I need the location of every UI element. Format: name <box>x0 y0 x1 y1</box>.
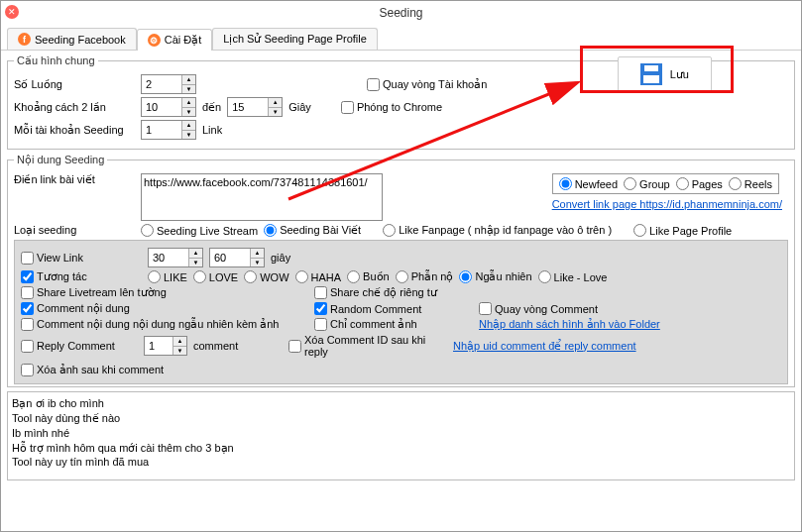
label-sec: giây <box>271 252 290 264</box>
view-to-stepper[interactable]: ▲▼ <box>209 248 265 267</box>
tab-seeding-facebook[interactable]: f Seeding Facebook <box>7 28 137 50</box>
tab-history[interactable]: Lịch Sử Seeding Page Profile <box>212 28 378 50</box>
radio-haha[interactable]: HAHA <box>295 270 342 283</box>
checkbox-comment-with-image[interactable]: Comment nội dung nội dung ngẫu nhiên kèm… <box>21 318 308 331</box>
checkbox-delete-image-after[interactable]: Xóa ảnh sau khi comment <box>21 364 164 376</box>
gap-from-stepper[interactable]: ▲▼ <box>141 97 196 117</box>
checkbox-comment[interactable]: Comment nội dung <box>21 302 308 315</box>
tab-label: Cài Đặt <box>165 34 202 47</box>
reply-count-stepper[interactable]: ▲▼ <box>144 336 187 356</box>
checkbox-share-private[interactable]: Share chế độ riêng tư <box>314 286 437 299</box>
list-item: Hỗ trợ mình hôm qua mới cài thêm cho 3 b… <box>12 441 790 456</box>
legend-general: Cấu hình chung <box>14 54 98 67</box>
link-image-folder[interactable]: Nhập danh sách hình ảnh vào Folder <box>479 318 660 331</box>
save-icon <box>640 63 662 85</box>
label-comment-unit: comment <box>193 340 283 352</box>
spin-up-icon[interactable]: ▲ <box>182 75 195 85</box>
options-panel: View Link ▲▼ ▲▼ giây Tương tác LIKE LOVE… <box>14 240 788 384</box>
tab-settings[interactable]: ⚙ Cài Đặt <box>137 29 213 51</box>
radio-newfeed[interactable]: Newfeed <box>559 177 618 190</box>
checkbox-loop-account[interactable]: Quay vòng Tài khoản <box>367 78 487 91</box>
close-icon[interactable]: ✕ <box>5 5 19 19</box>
list-item: Bạn ơi ib cho mình <box>12 396 790 411</box>
threads-stepper[interactable]: ▲▼ <box>141 74 196 94</box>
checkbox-reply-comment[interactable]: Reply Comment <box>21 340 138 353</box>
tab-label: Lịch Sử Seeding Page Profile <box>223 33 367 46</box>
label-per-account: Mỗi tài khoản Seeding <box>14 124 135 137</box>
checkbox-image-only[interactable]: Chỉ comment ảnh <box>314 318 473 331</box>
save-label: Lưu <box>670 68 689 81</box>
radio-angry[interactable]: Phẫn nộ <box>396 270 454 283</box>
checkbox-delete-after-reply[interactable]: Xóa Comment ID sau khi reply <box>288 334 447 358</box>
radio-wow[interactable]: WOW <box>244 270 288 283</box>
radio-like-fanpage[interactable]: Like Fanpage ( nhập id fanpage vào ô trê… <box>383 224 612 237</box>
radio-love[interactable]: LOVE <box>193 270 238 283</box>
source-radio-group: Newfeed Group Pages Reels <box>552 173 779 194</box>
list-item: Tool này uy tín mình đã mua <box>12 455 790 470</box>
group-seeding-content: Nội dung Seeding Điền link bài viết http… <box>7 154 795 387</box>
link-reply-uid[interactable]: Nhập uid comment để reply comment <box>453 340 636 353</box>
spin-down-icon[interactable]: ▼ <box>182 85 195 94</box>
gear-icon: ⚙ <box>148 34 161 47</box>
radio-sad[interactable]: Buồn <box>347 270 390 283</box>
title-bar: ✕ Seeding <box>1 1 801 25</box>
convert-link[interactable]: Convert link page https://id.phanmemninj… <box>552 198 782 210</box>
radio-like-love[interactable]: Like - Love <box>538 270 608 283</box>
checkbox-random-comment[interactable]: Random Comment <box>314 302 473 315</box>
radio-reels[interactable]: Reels <box>729 177 772 190</box>
radio-random[interactable]: Ngẫu nhiên <box>459 270 531 283</box>
tab-label: Seeding Facebook <box>35 34 126 46</box>
checkbox-react[interactable]: Tương tác <box>21 270 142 283</box>
checkbox-view-link[interactable]: View Link <box>21 252 142 265</box>
list-item: Tool này dùng thế nào <box>12 411 790 426</box>
threads-input[interactable] <box>142 75 181 93</box>
post-link-input[interactable]: https://www.facebook.com/737481114381601… <box>141 173 383 221</box>
facebook-icon: f <box>18 33 31 46</box>
label-gap: Khoảng cách 2 lần <box>14 101 135 114</box>
label-seeding-type: Loại seeding <box>14 224 135 237</box>
view-from-stepper[interactable]: ▲▼ <box>148 248 203 267</box>
label-threads: Số Luồng <box>14 78 135 91</box>
radio-seeding-post[interactable]: Seeding Bài Viết <box>264 224 361 237</box>
checkbox-big-chrome[interactable]: Phóng to Chrome <box>341 101 442 114</box>
list-item: Ib mình nhé <box>12 426 790 441</box>
tab-bar: f Seeding Facebook ⚙ Cài Đặt Lịch Sử See… <box>1 25 801 51</box>
save-button[interactable]: Lưu <box>618 56 712 92</box>
radio-pages[interactable]: Pages <box>676 177 723 190</box>
radio-live-stream[interactable]: Seeding Live Stream <box>141 224 258 237</box>
legend-content: Nội dung Seeding <box>14 154 107 166</box>
label-to: đến <box>202 101 221 114</box>
radio-group[interactable]: Group <box>624 177 670 190</box>
label-link: Link <box>202 124 222 136</box>
label-post-link: Điền link bài viết <box>14 173 135 186</box>
label-seconds: Giây <box>288 101 311 113</box>
radio-like-page-profile[interactable]: Like Page Profile <box>633 224 732 237</box>
gap-to-stepper[interactable]: ▲▼ <box>227 97 283 117</box>
window-title: Seeding <box>379 6 422 20</box>
radio-like[interactable]: LIKE <box>148 270 187 283</box>
checkbox-loop-comment[interactable]: Quay vòng Comment <box>479 302 598 315</box>
app-window: ✕ Seeding f Seeding Facebook ⚙ Cài Đặt L… <box>0 0 802 532</box>
comment-content-box[interactable]: Bạn ơi ib cho mình Tool này dùng thế nào… <box>7 391 795 480</box>
per-account-stepper[interactable]: ▲▼ <box>141 120 196 140</box>
checkbox-share-wall[interactable]: Share Livetream lên tường <box>21 286 308 299</box>
